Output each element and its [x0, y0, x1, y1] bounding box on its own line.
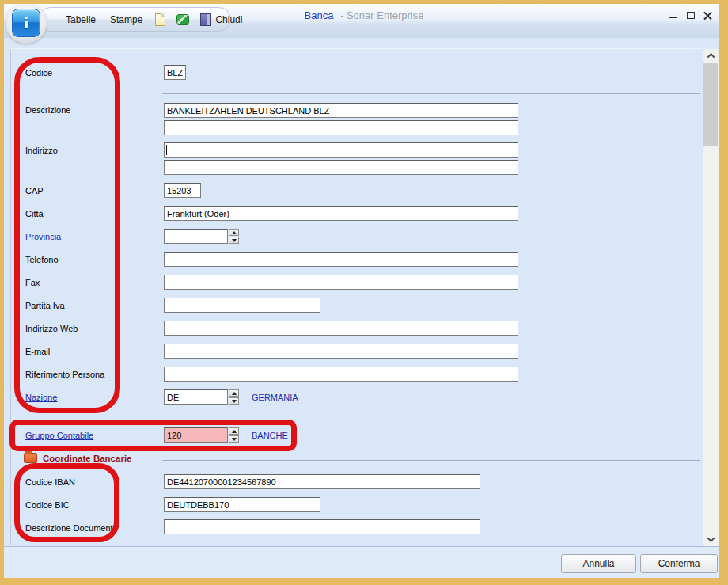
close-button[interactable]: [703, 10, 713, 20]
scroll-up-button[interactable]: [703, 49, 719, 63]
minimize-button[interactable]: [668, 10, 678, 20]
gruppo-contabile-description: BANCHE: [252, 431, 288, 440]
annulla-button[interactable]: Annulla: [561, 554, 636, 573]
toolbar: Tabelle Stampe Chiudi: [38, 7, 231, 32]
arrow-down-icon: [232, 400, 237, 403]
separator: [162, 416, 700, 416]
riferimento-persona-input[interactable]: [164, 367, 518, 382]
label-descrizione-documenti: Descrizione Documenti: [25, 523, 115, 533]
footer-bar: Annulla Conferma: [4, 546, 719, 579]
codice-bic-input[interactable]: [164, 497, 320, 512]
conferma-button[interactable]: Conferma: [640, 554, 718, 573]
spinner-down-button[interactable]: [229, 397, 239, 405]
spinner-down-button[interactable]: [229, 435, 239, 443]
info-icon-glyph: i: [24, 13, 28, 33]
chevron-down-icon: [707, 534, 715, 542]
label-cap: CAP: [25, 186, 44, 196]
spinner-up-button[interactable]: [229, 229, 239, 236]
minimize-icon: [669, 17, 677, 18]
scroll-down-button[interactable]: [703, 533, 719, 546]
label-riferimento-persona: Riferimento Persona: [25, 370, 104, 379]
app-info-button[interactable]: i: [6, 2, 47, 44]
partita-iva-input[interactable]: [164, 298, 320, 313]
close-icon: [703, 11, 712, 20]
provincia-spinner: [229, 229, 239, 244]
label-email: E-mail: [25, 347, 50, 356]
maximize-icon: [687, 12, 695, 19]
book-button[interactable]: [173, 13, 192, 26]
arrow-up-icon: [232, 430, 237, 433]
section-title: Coordinate Bancarie: [43, 454, 131, 463]
panel-top-line: [10, 48, 702, 49]
separator: [162, 460, 700, 461]
label-link-nazione[interactable]: Nazione: [25, 393, 57, 402]
gruppo-contabile-spinner: [229, 427, 239, 443]
chevron-up-icon: [707, 53, 715, 61]
email-input[interactable]: [164, 344, 518, 359]
label-link-gruppo-contabile[interactable]: Gruppo Contabile: [25, 431, 93, 440]
spinner-up-button[interactable]: [229, 389, 239, 397]
vertical-scrollbar[interactable]: [703, 49, 719, 546]
arrow-down-icon: [232, 239, 237, 242]
label-codice: Codice: [25, 68, 52, 78]
indirizzo-input-1[interactable]: [164, 142, 518, 158]
menu-stampe[interactable]: Stampe: [105, 11, 147, 28]
separator: [162, 93, 700, 94]
provincia-input[interactable]: [164, 229, 228, 244]
codice-iban-input[interactable]: [164, 474, 480, 489]
label-citta: Città: [25, 209, 44, 218]
folder-icon: [24, 453, 37, 463]
label-indirizzo-web: Indirizzo Web: [25, 324, 78, 333]
window-title-secondary: - Sonar Enterprise: [340, 9, 424, 21]
descrizione-documenti-input[interactable]: [164, 519, 480, 534]
indirizzo-input-2[interactable]: [164, 160, 518, 175]
citta-input[interactable]: [164, 206, 518, 221]
menu-tabelle[interactable]: Tabelle: [61, 11, 100, 28]
fax-input[interactable]: [164, 275, 518, 290]
label-telefono: Telefono: [25, 255, 59, 264]
nazione-spinner: [229, 389, 239, 405]
label-indirizzo: Indirizzo: [25, 146, 58, 155]
gruppo-contabile-input[interactable]: [164, 427, 228, 443]
maximize-button[interactable]: [685, 10, 696, 20]
label-codice-iban: Codice IBAN: [25, 477, 75, 487]
codice-input[interactable]: [164, 65, 186, 80]
descrizione-input-1[interactable]: [164, 103, 518, 118]
cap-input[interactable]: [164, 183, 201, 198]
arrow-down-icon: [232, 438, 237, 441]
label-descrizione: Descrizione: [25, 105, 70, 115]
chiudi-button[interactable]: Chiudi: [197, 11, 245, 28]
text-cursor: [166, 145, 167, 155]
scrollbar-thumb[interactable]: [703, 63, 718, 146]
nazione-input[interactable]: [164, 389, 228, 405]
arrow-up-icon: [232, 392, 237, 395]
new-document-icon: [155, 13, 165, 26]
label-link-provincia[interactable]: Provincia: [25, 232, 61, 241]
descrizione-input-2[interactable]: [164, 120, 518, 135]
section-coordinate-bancarie: Coordinate Bancarie: [24, 453, 131, 463]
spinner-down-button[interactable]: [229, 237, 239, 244]
chiudi-label: Chiudi: [215, 14, 242, 25]
info-icon: i: [12, 9, 40, 37]
window-title-primary: Banca: [305, 9, 334, 21]
book-icon: [176, 14, 189, 25]
indirizzo-web-input[interactable]: [164, 321, 518, 336]
telefono-input[interactable]: [164, 252, 518, 267]
window-controls: [668, 10, 713, 20]
label-codice-bic: Codice BIC: [25, 500, 70, 510]
nazione-description: GERMANIA: [252, 393, 298, 402]
label-partita-iva: Partita Iva: [25, 301, 65, 310]
door-icon: [200, 13, 211, 26]
label-fax: Fax: [25, 278, 40, 287]
panel-left-line: [10, 49, 11, 545]
arrow-up-icon: [232, 231, 237, 234]
spinner-up-button[interactable]: [229, 427, 239, 435]
new-document-button[interactable]: [152, 12, 169, 28]
